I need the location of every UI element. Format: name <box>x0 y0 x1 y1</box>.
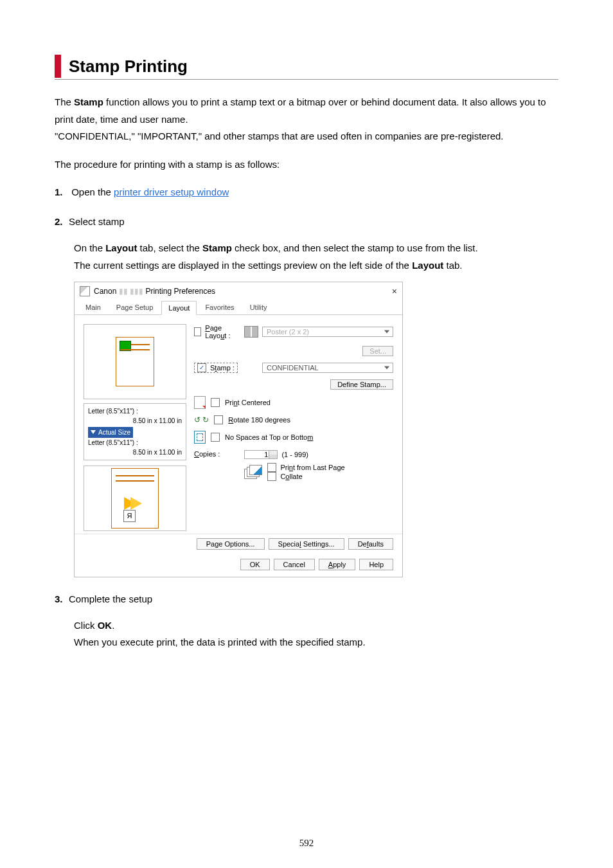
no-spaces-icon <box>194 431 206 444</box>
defaults-button[interactable]: Defaults <box>348 538 393 550</box>
intro-line-2: "CONFIDENTIAL," "IMPORTANT," and other s… <box>55 131 504 141</box>
rotate-180-label: Rotate 180 degrees <box>228 416 290 424</box>
paper2-name: Letter (8.5"x11") : <box>88 438 182 448</box>
tab-utility[interactable]: Utility <box>243 300 274 314</box>
printing-preferences-dialog: Canon ▮▮ ▮▮▮ Printing Preferences × Main… <box>74 282 403 577</box>
step-1-open-text: Open the <box>71 186 114 197</box>
tab-favorites[interactable]: Favorites <box>198 300 241 314</box>
page-layout-checkbox[interactable] <box>194 327 201 336</box>
last-page-label: Print from Last Page <box>280 464 344 471</box>
intro-line-1: The Stamp function allows you to print a… <box>55 96 546 124</box>
page-layout-dropdown[interactable]: Poster (2 x 2) <box>262 327 393 337</box>
paper1-name: Letter (8.5"x11") : <box>88 406 182 416</box>
doc-image-icon <box>120 341 131 351</box>
tab-main[interactable]: Main <box>78 300 108 314</box>
set-button: Set... <box>362 346 393 356</box>
printer-driver-setup-link[interactable]: printer driver setup window <box>114 186 229 197</box>
step-3-head: Complete the setup <box>74 592 558 607</box>
page-options-button[interactable]: Page Options... <box>197 538 265 550</box>
page-title: Stamp Printing <box>69 55 558 78</box>
tab-layout[interactable]: Layout <box>161 301 197 315</box>
collate-label: Collate <box>280 473 302 480</box>
collate-checkbox[interactable] <box>267 472 276 481</box>
intro-procedure: The procedure for printing with a stamp … <box>55 156 558 173</box>
page-layout-label: Page Layout : <box>205 324 239 339</box>
poster-icon <box>244 326 258 338</box>
step-1-head: Open the printer driver setup window <box>74 185 558 200</box>
preview-pane-output: R <box>84 466 186 531</box>
cancel-button[interactable]: Cancel <box>274 559 315 570</box>
stamp-dropdown[interactable]: CONFIDENTIAL <box>262 363 393 373</box>
collate-icon <box>244 465 262 479</box>
define-stamp-button[interactable]: Define Stamp... <box>330 379 393 390</box>
stamp-checkbox[interactable] <box>197 363 206 372</box>
preview-pane-input <box>84 324 186 399</box>
copies-range: (1 - 999) <box>281 451 308 458</box>
tab-strip: Main Page Setup Layout Favorites Utility <box>75 300 402 315</box>
page-number: 592 <box>0 838 613 849</box>
print-centered-checkbox[interactable] <box>211 398 220 407</box>
apply-button[interactable]: Apply <box>319 559 356 570</box>
close-icon[interactable]: × <box>392 286 397 296</box>
special-settings-button[interactable]: Special Settings... <box>269 538 344 550</box>
step-2-head: Select stamp <box>74 214 558 230</box>
doc-sheet-icon <box>116 337 154 386</box>
window-title: Canon ▮▮ ▮▮▮ Printing Preferences <box>94 287 392 296</box>
paper-info-box: Letter (8.5"x11") : 8.50 in x 11.00 in A… <box>84 403 186 460</box>
title-underline <box>55 79 558 80</box>
no-spaces-label: No Spaces at Top or Bottom <box>225 433 313 441</box>
copies-label: Copies : <box>194 450 220 458</box>
step-3-body: Click OK. When you execute print, the da… <box>74 617 558 651</box>
last-page-checkbox[interactable] <box>267 463 276 472</box>
arrow-down-icon <box>91 430 96 434</box>
help-button[interactable]: Help <box>359 559 393 570</box>
rotate-180-checkbox[interactable] <box>214 415 223 424</box>
rotation-r-icon: R <box>123 510 136 522</box>
print-centered-icon <box>194 396 206 409</box>
actual-size-button[interactable]: Actual Size <box>88 427 133 438</box>
intro-paragraph: The Stamp function allows you to print a… <box>55 94 558 145</box>
copies-input[interactable]: 1 <box>244 450 278 459</box>
window-icon <box>80 286 90 296</box>
paper2-size: 8.50 in x 11.00 in <box>88 448 182 457</box>
ok-button[interactable]: OK <box>240 559 270 570</box>
tab-page-setup[interactable]: Page Setup <box>109 300 161 314</box>
doc-sheet-output-icon: R <box>111 468 159 529</box>
rotate-icon: ↺ ↻ <box>194 415 209 424</box>
paper1-size: 8.50 in x 11.00 in <box>88 416 182 426</box>
step-2-body: On the Layout tab, select the Stamp chec… <box>74 240 558 274</box>
no-spaces-checkbox[interactable] <box>211 433 220 442</box>
arrow-right-icon <box>130 497 142 510</box>
stamp-label: Stamp : <box>210 364 235 372</box>
print-centered-label: Print Centered <box>225 399 271 406</box>
